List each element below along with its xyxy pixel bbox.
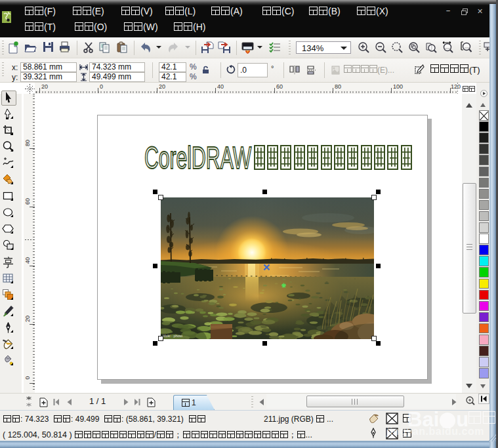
svg-text:Vicki · photo: Vicki · photo [163,334,182,338]
